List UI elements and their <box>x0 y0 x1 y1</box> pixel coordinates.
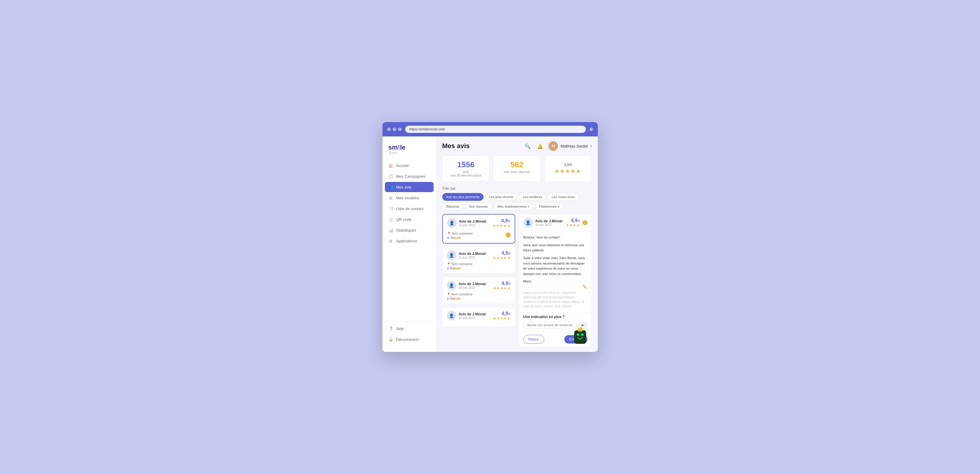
rating-stars-3: ★★★★★ <box>493 286 511 290</box>
response-rating-stars: ★★★★ <box>566 223 580 227</box>
response-template: Bonjour "nom du contact" Votre avis nous… <box>523 235 587 284</box>
reviewer-date-2: 10 juin 2023 <box>459 256 486 259</box>
search-icon[interactable]: 🔍 <box>523 142 532 150</box>
reviewer-date-4: 10 juin 2023 <box>459 316 486 319</box>
reviewer-avatar-1: 👤 <box>447 218 457 228</box>
browser-dots <box>387 128 402 131</box>
edit-icon[interactable]: ✏️ <box>583 285 587 289</box>
reviewer-info-4: 👤 Avis de J.Monat 10 juin 2023 <box>447 311 486 321</box>
sidebar-item-modeles[interactable]: ⊞ Mes modèles <box>385 193 434 203</box>
response-info-badge: ! <box>582 220 587 225</box>
review-card-4[interactable]: 👤 Avis de J.Monat 10 juin 2023 4,9/5 ★★★… <box>442 307 515 327</box>
reviewer-date-3: 10 juin 2023 <box>459 286 486 289</box>
sort-btn-repondu[interactable]: Répondu <box>442 203 463 211</box>
sidebar-item-deconnexion[interactable]: 🔓 Déconnexion <box>385 335 434 345</box>
review-card-3[interactable]: 👤 Avis de J.Monat 10 juin 2023 4,9/5 ★★★… <box>442 277 515 304</box>
user-info[interactable]: M Matthias Sardet ▾ <box>549 141 592 151</box>
response-reviewer-date: 10 juin 2023 <box>535 223 563 227</box>
sort-btn-pertinents[interactable]: Avis les plus pertinents <box>442 193 484 201</box>
campagnes-icon: 📋 <box>388 174 393 179</box>
indication-input[interactable] <box>523 321 577 329</box>
response-rating-number: 4,9/5 <box>566 218 580 223</box>
robot-mascot: 👑 <box>572 330 589 347</box>
sidebar-item-contact[interactable]: 📑 Liste de contact <box>385 203 434 214</box>
sort-btn-etablissements[interactable]: Mes établissements ▾ <box>494 203 533 211</box>
chevron-down-icon: ▾ <box>590 145 592 148</box>
modeles-icon: ⊞ <box>388 195 393 200</box>
reviews-grid: 👤 Avis de J.Monat 10 juin 2023 4,9/5 ★★★… <box>442 214 592 347</box>
review-meta-1: 📍 Nom commerce ⊞ Google <box>447 230 473 239</box>
reviewer-name-3: Avis de J.Monat <box>459 282 486 286</box>
url-bar[interactable]: https://smilemood.com <box>405 126 586 133</box>
sidebar-item-campagnes[interactable]: 📋 Mes Campagnes <box>385 171 434 181</box>
notification-icon[interactable]: 🔔 <box>536 142 544 150</box>
sidebar-label-contact: Liste de contact <box>396 206 423 211</box>
response-line3: Merci. <box>523 279 587 284</box>
browser-dot-3[interactable] <box>398 128 402 131</box>
stat-number-total: 1556 <box>449 160 484 169</box>
review-list: 👤 Avis de J.Monat 10 juin 2023 4,9/5 ★★★… <box>442 214 515 347</box>
user-name: Matthias Sardet <box>560 144 588 148</box>
sidebar-item-avis[interactable]: 👥 Mes avis <box>385 182 434 192</box>
review-card-header-1: 👤 Avis de J.Monat 10 juin 2023 4,9/5 ★★★… <box>447 218 511 228</box>
sidebar-item-accueil[interactable]: 🏠 Accueil <box>385 160 434 171</box>
rating-badge-1: 4,9/5 ★★★★★ <box>493 218 511 228</box>
logo: sm!le <box>388 144 430 152</box>
retour-button[interactable]: Retour <box>523 335 544 344</box>
review-card-header-4: 👤 Avis de J.Monat 10 juin 2023 4,9/5 ★★★… <box>447 311 511 321</box>
page-title: Mes avis <box>442 142 470 150</box>
reviewer-avatar-3: 👤 <box>447 281 457 290</box>
sort-btn-recents[interactable]: Les plus récents <box>485 193 517 201</box>
sidebar: sm!le Mood 🏠 Accueil 📋 Mes Campagnes 👥 M… <box>382 136 436 352</box>
reviewer-name-4: Avis de J.Monat <box>459 312 486 316</box>
response-reviewer-details: Avis de J.Monat 10 juin 2023 <box>535 219 563 227</box>
review-card-1[interactable]: 👤 Avis de J.Monat 10 juin 2023 4,9/5 ★★★… <box>442 214 515 244</box>
header-actions: 🔍 🔔 M Matthias Sardet ▾ <box>523 141 592 151</box>
browser-dot-1[interactable] <box>387 128 391 131</box>
sidebar-label-applications: Applications <box>396 239 417 243</box>
review-platform-1: ⊞ Google <box>447 236 473 239</box>
grid-icon-2: ⊞ <box>447 267 449 270</box>
review-card-2[interactable]: 👤 Avis de J.Monat 10 juin 2023 4,9/5 ★★★… <box>442 247 515 274</box>
reviewer-details-1: Avis de J.Monat 10 juin 2023 <box>459 219 486 227</box>
sidebar-label-statistiques: Statistiques <box>396 228 416 233</box>
browser-dot-2[interactable] <box>393 128 396 131</box>
stat-label-total: avis ces 30 derniers jours <box>449 170 484 177</box>
rating-badge-3: 4,9/5 ★★★★★ <box>493 281 511 290</box>
response-review-info: 👤 Avis de J.Monat 10 juin 2023 <box>523 218 563 227</box>
response-user-text: Lorem ipsum dolor sit amet, consectetur … <box>523 290 587 308</box>
sidebar-item-statistiques[interactable]: 📊 Statistiques <box>385 225 434 235</box>
review-platform-2: ⊞ Google <box>447 267 511 270</box>
reviewer-name-1: Avis de J.Monat <box>459 219 486 223</box>
reviewer-avatar-2: 👤 <box>447 251 457 260</box>
response-reviewer-avatar: 👤 <box>523 218 533 227</box>
chevron-plateformes-icon: ▾ <box>558 205 559 208</box>
response-line2: Suite à votre visite chez Jules Bonat, n… <box>523 255 587 276</box>
sort-btn-plateformes[interactable]: Plateformes ▾ <box>535 203 563 211</box>
browser-action-btn[interactable] <box>589 128 593 131</box>
sidebar-item-aide[interactable]: ❓ Aide <box>385 324 434 334</box>
robot-smile <box>578 337 582 339</box>
aide-icon: ❓ <box>388 327 393 331</box>
sort-btn-non-repondu[interactable]: Non répondu <box>465 203 492 211</box>
robot-eye-left <box>577 334 579 336</box>
sort-btn-meilleurs[interactable]: Les meilleurs <box>519 193 546 201</box>
app-shell: sm!le Mood 🏠 Accueil 📋 Mes Campagnes 👥 M… <box>382 136 598 352</box>
grid-icon-3: ⊞ <box>447 297 449 300</box>
page-header: Mes avis 🔍 🔔 M Matthias Sardet ▾ <box>442 141 592 151</box>
sort-btn-moins-bons[interactable]: Les moins bons <box>548 193 579 201</box>
sidebar-item-qrcode[interactable]: ◫ QR code <box>385 214 434 224</box>
browser-window: https://smilemood.com sm!le Mood 🏠 Accue… <box>382 122 598 352</box>
rating-number-3: 4,9/5 <box>493 281 511 286</box>
logo-area: sm!le Mood <box>382 141 436 160</box>
response-panel: 👤 Avis de J.Monat 10 juin 2023 4,9/5 ★★★… <box>519 214 592 347</box>
sidebar-label-avis: Mes avis <box>396 185 412 190</box>
response-reviewer-name: Avis de J.Monat <box>535 219 563 223</box>
robot-body: 👑 <box>574 330 586 344</box>
sort-bar: Trier par Avis les plus pertinents Les p… <box>442 187 592 211</box>
google-logo-3: Google <box>450 297 461 300</box>
sidebar-item-applications[interactable]: ⊞ Applications <box>385 236 434 246</box>
sidebar-label-accueil: Accueil <box>396 163 409 168</box>
contact-icon: 📑 <box>388 206 393 211</box>
google-logo-2: Google <box>450 267 461 270</box>
